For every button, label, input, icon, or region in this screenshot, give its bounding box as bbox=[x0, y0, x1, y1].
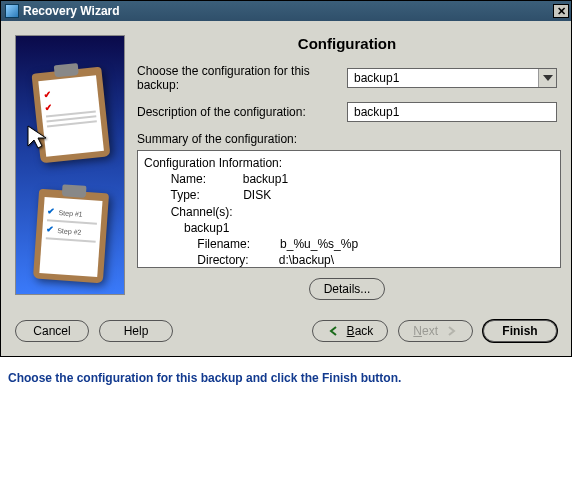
content-area: Step #1 Step #2 Configuration Choose the… bbox=[1, 21, 571, 310]
instruction-text: Choose the configuration for this backup… bbox=[0, 357, 572, 389]
chevron-right-icon bbox=[444, 324, 458, 338]
description-label: Description of the configuration: bbox=[137, 105, 306, 119]
summary-label: Summary of the configuration: bbox=[137, 132, 557, 146]
details-button[interactable]: Details... bbox=[309, 278, 386, 300]
close-button[interactable]: ✕ bbox=[553, 4, 569, 18]
svg-marker-0 bbox=[28, 126, 46, 148]
config-dropdown[interactable]: backup1 bbox=[347, 68, 557, 88]
titlebar: Recovery Wizard ✕ bbox=[1, 1, 571, 21]
choose-config-label: Choose the configuration for this backup… bbox=[137, 64, 341, 92]
page-title: Configuration bbox=[137, 35, 557, 52]
summary-type-label: Type: bbox=[170, 188, 199, 202]
wizard-footer: Cancel Help Back Next Finish bbox=[1, 310, 571, 356]
summary-channel-name: backup1 bbox=[184, 221, 229, 235]
wizard-window: Recovery Wizard ✕ bbox=[0, 0, 572, 357]
chevron-down-icon bbox=[538, 69, 556, 87]
wizard-sidebar-image: Step #1 Step #2 bbox=[15, 35, 125, 295]
finish-button[interactable]: Finish bbox=[483, 320, 557, 342]
help-button-label: Help bbox=[124, 324, 149, 338]
cancel-button[interactable]: Cancel bbox=[15, 320, 89, 342]
main-panel: Configuration Choose the configuration f… bbox=[137, 35, 557, 300]
help-button[interactable]: Help bbox=[99, 320, 173, 342]
summary-filename-value: b_%u_%s_%p bbox=[280, 237, 358, 251]
config-dropdown-value: backup1 bbox=[354, 71, 399, 85]
summary-type-value: DISK bbox=[243, 188, 271, 202]
app-icon bbox=[5, 4, 19, 18]
summary-textarea[interactable]: Configuration Information: Name: backup1… bbox=[137, 150, 561, 268]
chevron-left-icon bbox=[327, 324, 341, 338]
summary-directory-value: d:\backup\ bbox=[279, 253, 334, 267]
summary-header: Configuration Information: bbox=[144, 156, 282, 170]
description-field[interactable]: backup1 bbox=[347, 102, 557, 122]
summary-channels-label: Channel(s): bbox=[171, 205, 233, 219]
summary-filename-label: Filename: bbox=[197, 237, 250, 251]
description-value: backup1 bbox=[354, 105, 399, 119]
summary-directory-label: Directory: bbox=[197, 253, 248, 267]
finish-button-label: Finish bbox=[502, 324, 537, 338]
summary-name-label: Name: bbox=[171, 172, 206, 186]
cancel-button-label: Cancel bbox=[33, 324, 70, 338]
window-title: Recovery Wizard bbox=[23, 4, 120, 18]
details-button-label: Details... bbox=[324, 282, 371, 296]
back-button-label: Back bbox=[347, 324, 374, 338]
svg-marker-1 bbox=[543, 75, 553, 81]
summary-name-value: backup1 bbox=[243, 172, 288, 186]
next-button: Next bbox=[398, 320, 473, 342]
next-button-label: Next bbox=[413, 324, 438, 338]
back-button[interactable]: Back bbox=[312, 320, 389, 342]
